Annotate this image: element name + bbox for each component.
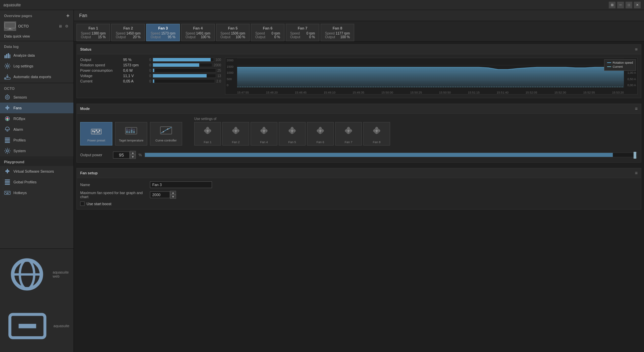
sidebar-item-aquasuite-web[interactable]: aquasuite web [0,249,73,300]
aquacomputer-watermark: aquacomputer [1,165,5,197]
svg-rect-7 [9,55,10,58]
output-power-input[interactable] [113,152,130,159]
device-name[interactable]: OCTO [18,24,55,28]
divider-1 [0,41,73,41]
voltage-value: 11,1 V [123,74,147,78]
fan-use-2-label: Fan 2 [232,140,239,144]
status-body: Output 95 % 0 100 [77,54,641,98]
minimize-button[interactable]: ─ [617,2,624,8]
sidebar-item-global-profiles[interactable]: Gobal Profiles [0,177,73,187]
fan-tab-2[interactable]: Fan 2 Speed 1450 rpm Output 20 % [111,24,145,41]
sidebar-item-fans[interactable]: Fans [0,103,73,113]
sidebar-item-profiles[interactable]: Profiles [0,135,73,145]
keyboard-icon [4,189,11,196]
fan-setup-menu-icon[interactable]: ≡ [635,170,638,176]
fan-use-card-7[interactable]: Fan 7 [335,122,362,145]
fan-tab-6[interactable]: Fan 6 Speed 0 rpm Output 0 % [251,24,284,41]
legend-rotation-color [607,62,611,63]
fan-use-card-5[interactable]: Fan 5 [279,122,306,145]
maximize-button[interactable]: □ [626,2,632,8]
svg-rect-24 [5,180,10,181]
virtual-sensors-icon [4,168,11,175]
fan-tab-1[interactable]: Fan 1 Speed 1380 rpm Output 15 % [76,24,110,41]
sidebar-item-aquasuite[interactable]: aquasuite [0,300,73,352]
status-menu-icon[interactable]: ≡ [635,47,638,52]
mode-card-power-preset[interactable]: Power preset [80,122,112,145]
monitor-icon[interactable]: 🖥 [57,23,63,29]
max-speed-input[interactable] [150,191,170,198]
close-button[interactable]: ✕ [634,2,641,8]
svg-rect-20 [5,139,10,140]
spinner-down-button[interactable]: ▼ [130,155,136,159]
sidebar-item-alarm[interactable]: Alarm [0,124,73,135]
max-speed-label: Maximum fan speed for bar graph and char… [80,191,147,199]
status-title: Status [80,47,92,51]
sidebar-item-log-settings[interactable]: Log settings [0,61,73,71]
status-chart-area: 2000150010005000 2,00 A1,50 A1,00 A0,50 … [225,58,638,95]
sidebar-item-virtual-sensors[interactable]: Virtual Software Sensors [0,166,73,177]
svg-rect-4 [4,55,6,58]
use-settings-group: Use settings of Fan 1 [194,117,390,145]
aquasuite-web-label: aquasuite web [53,270,69,278]
fan-name-input[interactable] [150,181,212,188]
output-power-spinner: ▲ ▼ [113,151,136,159]
svg-rect-30 [7,192,8,193]
legend-current-color [607,66,611,67]
output-power-label: Output power [80,153,110,157]
sidebar-item-auto-exports[interactable]: Automatic data exports [0,71,73,82]
fan-tab-7[interactable]: Fan 7 Speed 0 rpm Output 0 % [286,24,319,41]
settings-icon[interactable]: ⚙ [64,23,69,29]
sidebar-item-data-quick-view[interactable]: Data quick view [0,32,73,40]
fan-use-card-4[interactable]: Fan 4 [251,122,277,145]
power-preset-label: Power preset [87,139,105,142]
status-layout: Output 95 % 0 100 [80,58,638,95]
analyze-data-label: Analyze data [13,53,35,57]
mode-card-curve[interactable]: Curve controller [150,122,182,145]
sidebar-item-system[interactable]: System [0,145,73,156]
status-left: Output 95 % 0 100 [80,58,221,95]
setup-maxspeed-row: Maximum fan speed for bar graph and char… [80,191,638,199]
sidebar-item-sensors[interactable]: Sensors [0,92,73,103]
fan-tab-4[interactable]: Fan 4 Speed 1491 rpm Output 100 % [181,24,215,41]
svg-rect-60 [131,130,132,133]
power-bar [153,68,216,72]
fan1-speed-label: Speed [81,32,91,35]
data-log-header: Data log [0,42,73,50]
spinner-up-button[interactable]: ▲ [130,151,136,155]
sidebar-item-hotkeys[interactable]: Hotkeys [0,187,73,198]
fan-use-card-6[interactable]: Fan 6 [307,122,334,145]
svg-rect-58 [128,131,130,133]
log-settings-label: Log settings [13,64,33,68]
add-overview-button[interactable]: + [66,13,69,19]
use-settings-label: Use settings of [194,117,390,121]
fan-use-card-8[interactable]: Fan 8 [363,122,390,145]
target-temp-label: Taget temperature [119,139,143,142]
svg-rect-32 [6,193,9,194]
sidebar-item-analyze-data[interactable]: Analyze data [0,50,73,61]
sidebar-item-rgbpx[interactable]: RGBpx [0,113,73,124]
output-power-row: Output power ▲ ▼ % [80,148,638,159]
data-log-label: Data log [4,45,18,49]
fan1-output-row: Output 15 % [81,35,106,39]
mode-menu-icon[interactable]: ≡ [635,106,638,111]
fan-use-card-1[interactable]: Fan 1 [194,122,221,145]
playground-header: Playground [0,158,73,166]
mode-card-target-temp[interactable]: Taget temperature [115,122,147,145]
slider-thumb[interactable] [634,152,636,159]
fan-tab-3[interactable]: Fan 3 Speed 1573 rpm Output 95 % [146,24,180,41]
fan-tab-5[interactable]: Fan 5 Speed 1506 rpm Output 100 % [216,24,250,41]
global-profiles-label: Gobal Profiles [13,180,37,184]
max-speed-down-button[interactable]: ▼ [170,195,176,199]
main-layout: Overview pages + OCTO 🖥 ⚙ Data quick vie… [0,10,644,352]
layers-icon-btn[interactable]: ⊞ [609,2,615,8]
fan8-output-row: Output 100 % [325,35,350,39]
fan-use-8-label: Fan 8 [373,140,380,144]
fan-setup-title: Fan setup [80,171,98,175]
svg-rect-53 [99,130,100,131]
fan-use-card-2[interactable]: Fan 2 [222,122,249,145]
fan-tab-8[interactable]: Fan 8 Speed 1177 rpm Output 100 % [321,24,354,41]
start-boost-checkbox[interactable] [80,201,85,206]
output-power-slider[interactable] [145,153,638,157]
max-speed-up-button[interactable]: ▲ [170,191,176,195]
rotation-label: Rotation speed [80,63,120,67]
